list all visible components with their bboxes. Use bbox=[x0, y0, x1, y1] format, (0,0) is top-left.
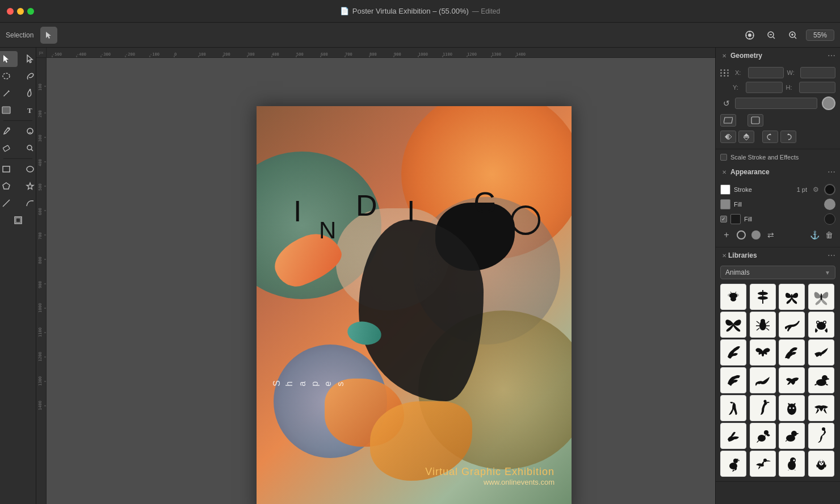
eraser-tool[interactable] bbox=[0, 140, 18, 156]
lib-item-duck2[interactable] bbox=[779, 423, 805, 449]
polygon-tool[interactable] bbox=[0, 178, 18, 194]
selection-cursor-btn[interactable] bbox=[40, 27, 57, 44]
geometry-header[interactable]: ✕ Geometry ⋯ bbox=[716, 48, 840, 64]
ellipse-tool[interactable] bbox=[19, 161, 37, 177]
fill-tool[interactable] bbox=[0, 102, 18, 118]
star-tool[interactable] bbox=[19, 178, 37, 194]
lib-item-dragon2[interactable] bbox=[779, 339, 805, 366]
lib-item-heron[interactable] bbox=[720, 395, 746, 421]
scale-stroke-checkbox[interactable] bbox=[720, 154, 727, 161]
appearance-options-btn[interactable]: ⋯ bbox=[828, 167, 835, 177]
circle-outline-btn[interactable] bbox=[735, 229, 747, 241]
pen-tool[interactable] bbox=[19, 85, 37, 101]
geometry-collapse-btn[interactable]: ✕ bbox=[720, 52, 728, 60]
rotate-reset-btn[interactable]: ↺ bbox=[720, 97, 733, 110]
lib-item-hummingbird[interactable] bbox=[750, 451, 776, 477]
flip-v-btn[interactable] bbox=[738, 131, 754, 143]
stroke-color-circle[interactable] bbox=[824, 184, 835, 195]
lib-item-duck[interactable] bbox=[808, 367, 834, 393]
search-canvas-tool[interactable] bbox=[19, 140, 37, 156]
w-input[interactable] bbox=[800, 67, 836, 78]
h-input[interactable] bbox=[799, 82, 836, 93]
y-input[interactable] bbox=[746, 82, 783, 93]
lib-item-stork[interactable] bbox=[750, 395, 776, 421]
fill1-swatch[interactable] bbox=[720, 199, 730, 209]
rect-tool[interactable] bbox=[0, 161, 18, 177]
lib-item-swan[interactable] bbox=[720, 423, 746, 449]
libraries-collapse-btn[interactable]: ✕ bbox=[720, 251, 728, 259]
lib-item-dove[interactable] bbox=[779, 367, 805, 393]
lib-item-butterfly3[interactable] bbox=[720, 312, 746, 338]
lib-item-flamingo[interactable] bbox=[808, 423, 834, 449]
rotation-input[interactable] bbox=[735, 98, 817, 109]
zoom-out-btn[interactable] bbox=[763, 27, 780, 44]
canvas-viewport[interactable]: I N D I G Shapes Virtual Graphic Exhibit… bbox=[47, 58, 715, 504]
libraries-dropdown[interactable]: Animals ▼ bbox=[720, 266, 835, 279]
preview-btn[interactable] bbox=[741, 27, 758, 44]
lib-item-rooster[interactable] bbox=[720, 451, 746, 477]
w-label: W: bbox=[787, 69, 799, 76]
fill2-swatch[interactable] bbox=[730, 214, 741, 224]
lib-item-bee[interactable] bbox=[720, 284, 746, 310]
pencil-tool[interactable] bbox=[0, 85, 18, 101]
frame-tool[interactable] bbox=[7, 212, 30, 228]
rectangle-corners-btn[interactable] bbox=[747, 114, 763, 127]
lib-item-butterfly2[interactable] bbox=[808, 284, 834, 310]
svg-point-21 bbox=[27, 145, 32, 150]
lib-item-bird1[interactable] bbox=[808, 339, 834, 366]
lib-item-dragon1[interactable] bbox=[720, 339, 746, 366]
burn-tool[interactable] bbox=[19, 123, 37, 139]
lib-item-dragon3[interactable] bbox=[720, 367, 746, 393]
add-appearance-btn[interactable]: + bbox=[720, 229, 733, 241]
stroke-swatch[interactable] bbox=[720, 184, 730, 195]
x-input[interactable] bbox=[748, 67, 784, 78]
fill2-color-circle[interactable] bbox=[824, 213, 835, 225]
circle-filled-btn[interactable] bbox=[750, 229, 762, 241]
fill2-checkbox[interactable]: ✓ bbox=[720, 216, 727, 222]
stroke-gear-btn[interactable]: ⚙ bbox=[810, 184, 821, 195]
lib-item-penguin[interactable] bbox=[808, 451, 834, 477]
select-tool[interactable] bbox=[0, 51, 18, 67]
trash-btn[interactable]: 🗑 bbox=[823, 229, 835, 241]
lib-item-bat[interactable] bbox=[750, 339, 776, 366]
poster-letter-g: G bbox=[474, 186, 498, 220]
text-tool[interactable]: T bbox=[19, 102, 37, 118]
lib-item-frog[interactable] bbox=[808, 312, 834, 338]
libraries-options-btn[interactable]: ⋯ bbox=[828, 251, 835, 260]
appearance-collapse-btn[interactable]: ✕ bbox=[720, 168, 728, 176]
lib-item-lizard[interactable] bbox=[779, 312, 805, 338]
lib-item-owl[interactable] bbox=[779, 395, 805, 421]
rotate-cw-btn[interactable] bbox=[780, 131, 796, 143]
minimize-button[interactable] bbox=[17, 8, 24, 15]
canvas-area[interactable]: px -500 -400 -300 -200 -100 0 100 200 bbox=[36, 48, 715, 504]
eyedropper-tool[interactable] bbox=[0, 123, 18, 139]
lib-item-beetle[interactable] bbox=[750, 312, 776, 338]
lib-item-swallow[interactable] bbox=[808, 395, 834, 421]
lib-item-crow[interactable] bbox=[750, 367, 776, 393]
fill1-color-circle[interactable] bbox=[824, 199, 835, 210]
node-tool[interactable] bbox=[19, 51, 37, 67]
curve-tool[interactable] bbox=[19, 195, 37, 211]
geometry-options-btn[interactable]: ⋯ bbox=[828, 51, 835, 60]
flip-h-btn[interactable] bbox=[720, 131, 736, 143]
zoom-level-display[interactable]: 55% bbox=[806, 30, 834, 41]
svg-text:1100: 1100 bbox=[443, 52, 452, 57]
rotate-ccw-btn[interactable] bbox=[762, 131, 778, 143]
svg-text:T: T bbox=[27, 106, 32, 115]
lib-item-dragonfly[interactable] bbox=[750, 284, 776, 310]
lib-item-parrot[interactable] bbox=[779, 451, 805, 477]
rotation-handle[interactable] bbox=[822, 96, 835, 110]
lasso-tool[interactable] bbox=[0, 68, 18, 84]
libraries-header[interactable]: ✕ Libraries ⋯ bbox=[716, 247, 840, 263]
appearance-header[interactable]: ✕ Appearance ⋯ bbox=[716, 164, 840, 180]
parallelogram-btn[interactable] bbox=[720, 114, 736, 127]
paint-tool[interactable] bbox=[19, 68, 37, 84]
fullscreen-button[interactable] bbox=[27, 8, 34, 15]
line-tool[interactable] bbox=[0, 195, 18, 211]
lib-item-butterfly1[interactable] bbox=[779, 284, 805, 310]
swap-btn[interactable]: ⇄ bbox=[765, 229, 777, 241]
lib-item-pelican[interactable] bbox=[750, 423, 776, 449]
close-button[interactable] bbox=[7, 8, 14, 15]
zoom-in-btn[interactable] bbox=[784, 27, 801, 44]
anchor-btn[interactable]: ⚓ bbox=[808, 229, 821, 241]
